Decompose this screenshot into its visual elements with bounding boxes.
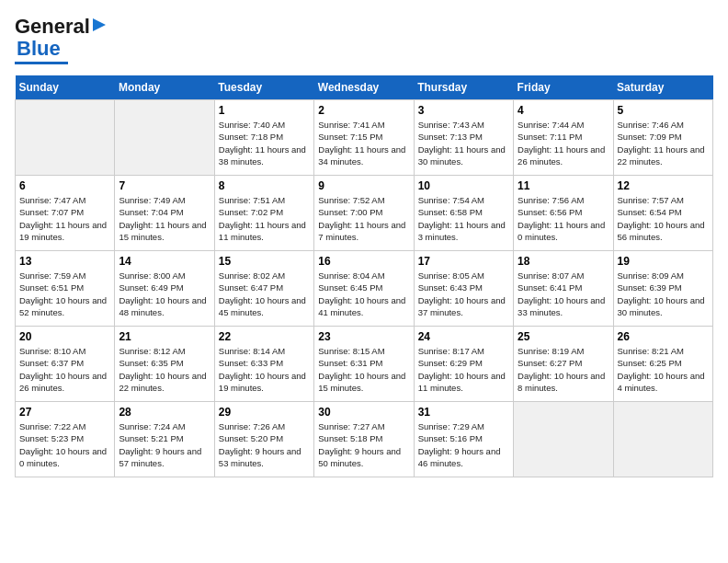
day-number: 4 xyxy=(518,104,609,117)
cell-info: Sunrise: 8:04 AMSunset: 6:45 PMDaylight:… xyxy=(318,270,409,318)
calendar-cell: 27Sunrise: 7:22 AMSunset: 5:23 PMDayligh… xyxy=(16,402,115,477)
day-number: 15 xyxy=(219,255,310,268)
calendar-cell: 19Sunrise: 8:09 AMSunset: 6:39 PMDayligh… xyxy=(613,251,712,327)
svg-marker-0 xyxy=(93,18,106,31)
day-number: 6 xyxy=(19,179,110,192)
day-number: 2 xyxy=(318,104,409,117)
cell-info: Sunrise: 7:54 AMSunset: 6:58 PMDaylight:… xyxy=(418,194,509,243)
cell-info: Sunrise: 8:02 AMSunset: 6:47 PMDaylight:… xyxy=(219,270,310,318)
calendar-cell: 13Sunrise: 7:59 AMSunset: 6:51 PMDayligh… xyxy=(16,251,115,327)
calendar-cell: 17Sunrise: 8:05 AMSunset: 6:43 PMDayligh… xyxy=(414,251,513,327)
cell-info: Sunrise: 7:24 AMSunset: 5:21 PMDaylight:… xyxy=(119,420,210,469)
day-number: 29 xyxy=(219,406,310,419)
calendar-cell xyxy=(613,402,712,477)
day-header-wednesday: Wednesday xyxy=(314,75,414,100)
calendar-cell: 8Sunrise: 7:51 AMSunset: 7:02 PMDaylight… xyxy=(214,176,313,251)
day-number: 7 xyxy=(119,179,210,192)
calendar-cell: 25Sunrise: 8:19 AMSunset: 6:27 PMDayligh… xyxy=(514,327,613,402)
calendar-cell: 22Sunrise: 8:14 AMSunset: 6:33 PMDayligh… xyxy=(214,327,313,402)
cell-info: Sunrise: 7:46 AMSunset: 7:09 PMDaylight:… xyxy=(618,119,709,167)
calendar-cell xyxy=(514,402,613,477)
calendar-cell: 5Sunrise: 7:46 AMSunset: 7:09 PMDaylight… xyxy=(613,100,712,176)
day-number: 5 xyxy=(618,104,709,117)
day-number: 23 xyxy=(318,330,409,343)
cell-info: Sunrise: 8:00 AMSunset: 6:49 PMDaylight:… xyxy=(119,270,210,318)
cell-info: Sunrise: 7:51 AMSunset: 7:02 PMDaylight:… xyxy=(219,194,310,243)
calendar-cell: 30Sunrise: 7:27 AMSunset: 5:18 PMDayligh… xyxy=(314,402,414,477)
day-number: 8 xyxy=(219,179,310,192)
cell-info: Sunrise: 7:44 AMSunset: 7:11 PMDaylight:… xyxy=(518,119,609,167)
cell-info: Sunrise: 7:43 AMSunset: 7:13 PMDaylight:… xyxy=(418,119,509,167)
day-number: 19 xyxy=(618,255,709,268)
calendar-cell: 4Sunrise: 7:44 AMSunset: 7:11 PMDaylight… xyxy=(514,100,613,176)
day-number: 27 xyxy=(19,406,110,419)
calendar-cell: 18Sunrise: 8:07 AMSunset: 6:41 PMDayligh… xyxy=(514,251,613,327)
day-number: 16 xyxy=(318,255,409,268)
day-number: 18 xyxy=(518,255,609,268)
day-number: 9 xyxy=(318,179,409,192)
cell-info: Sunrise: 8:10 AMSunset: 6:37 PMDaylight:… xyxy=(19,345,110,394)
cell-info: Sunrise: 7:52 AMSunset: 7:00 PMDaylight:… xyxy=(318,194,409,243)
calendar-cell: 15Sunrise: 8:02 AMSunset: 6:47 PMDayligh… xyxy=(214,251,313,327)
calendar-cell: 10Sunrise: 7:54 AMSunset: 6:58 PMDayligh… xyxy=(414,176,513,251)
calendar-cell: 28Sunrise: 7:24 AMSunset: 5:21 PMDayligh… xyxy=(115,402,214,477)
calendar-cell: 21Sunrise: 8:12 AMSunset: 6:35 PMDayligh… xyxy=(115,327,214,402)
cell-info: Sunrise: 8:19 AMSunset: 6:27 PMDaylight:… xyxy=(518,345,609,394)
cell-info: Sunrise: 8:07 AMSunset: 6:41 PMDaylight:… xyxy=(518,270,609,318)
day-number: 17 xyxy=(418,255,509,268)
calendar-cell: 16Sunrise: 8:04 AMSunset: 6:45 PMDayligh… xyxy=(314,251,414,327)
calendar-cell: 23Sunrise: 8:15 AMSunset: 6:31 PMDayligh… xyxy=(314,327,414,402)
cell-info: Sunrise: 8:17 AMSunset: 6:29 PMDaylight:… xyxy=(418,345,509,394)
day-number: 14 xyxy=(119,255,210,268)
day-number: 20 xyxy=(19,330,110,343)
logo: General Blue xyxy=(15,15,108,64)
calendar-table: SundayMondayTuesdayWednesdayThursdayFrid… xyxy=(15,75,713,477)
calendar-cell: 6Sunrise: 7:47 AMSunset: 7:07 PMDaylight… xyxy=(16,176,115,251)
day-number: 1 xyxy=(219,104,310,117)
calendar-cell: 29Sunrise: 7:26 AMSunset: 5:20 PMDayligh… xyxy=(214,402,313,477)
day-number: 11 xyxy=(518,179,609,192)
day-number: 24 xyxy=(418,330,509,343)
cell-info: Sunrise: 7:27 AMSunset: 5:18 PMDaylight:… xyxy=(318,420,409,469)
week-row-1: 1Sunrise: 7:40 AMSunset: 7:18 PMDaylight… xyxy=(16,100,713,176)
cell-info: Sunrise: 8:12 AMSunset: 6:35 PMDaylight:… xyxy=(119,345,210,394)
cell-info: Sunrise: 8:14 AMSunset: 6:33 PMDaylight:… xyxy=(219,345,310,394)
cell-info: Sunrise: 7:49 AMSunset: 7:04 PMDaylight:… xyxy=(119,194,210,243)
cell-info: Sunrise: 7:57 AMSunset: 6:54 PMDaylight:… xyxy=(618,194,709,243)
cell-info: Sunrise: 8:09 AMSunset: 6:39 PMDaylight:… xyxy=(618,270,709,318)
calendar-cell: 7Sunrise: 7:49 AMSunset: 7:04 PMDaylight… xyxy=(115,176,214,251)
week-row-2: 6Sunrise: 7:47 AMSunset: 7:07 PMDaylight… xyxy=(16,176,713,251)
day-header-sunday: Sunday xyxy=(16,75,115,100)
calendar-cell: 20Sunrise: 8:10 AMSunset: 6:37 PMDayligh… xyxy=(16,327,115,402)
days-header-row: SundayMondayTuesdayWednesdayThursdayFrid… xyxy=(16,75,713,100)
calendar-cell: 1Sunrise: 7:40 AMSunset: 7:18 PMDaylight… xyxy=(214,100,313,176)
page-header: General Blue xyxy=(15,15,713,64)
day-header-saturday: Saturday xyxy=(613,75,712,100)
week-row-4: 20Sunrise: 8:10 AMSunset: 6:37 PMDayligh… xyxy=(16,327,713,402)
day-number: 28 xyxy=(119,406,210,419)
cell-info: Sunrise: 7:59 AMSunset: 6:51 PMDaylight:… xyxy=(19,270,110,318)
calendar-cell: 9Sunrise: 7:52 AMSunset: 7:00 PMDaylight… xyxy=(314,176,414,251)
cell-info: Sunrise: 8:15 AMSunset: 6:31 PMDaylight:… xyxy=(318,345,409,394)
day-number: 10 xyxy=(418,179,509,192)
day-header-tuesday: Tuesday xyxy=(214,75,313,100)
cell-info: Sunrise: 7:29 AMSunset: 5:16 PMDaylight:… xyxy=(418,420,509,469)
logo-underline xyxy=(15,62,68,64)
logo-arrow-icon xyxy=(91,17,108,33)
cell-info: Sunrise: 7:47 AMSunset: 7:07 PMDaylight:… xyxy=(19,194,110,243)
day-header-friday: Friday xyxy=(514,75,613,100)
day-number: 30 xyxy=(318,406,409,419)
cell-info: Sunrise: 7:40 AMSunset: 7:18 PMDaylight:… xyxy=(219,119,310,167)
day-number: 13 xyxy=(19,255,110,268)
cell-info: Sunrise: 7:26 AMSunset: 5:20 PMDaylight:… xyxy=(219,420,310,469)
day-number: 26 xyxy=(618,330,709,343)
logo-text: General xyxy=(15,15,108,39)
day-number: 12 xyxy=(618,179,709,192)
calendar-cell: 3Sunrise: 7:43 AMSunset: 7:13 PMDaylight… xyxy=(414,100,513,176)
calendar-cell: 24Sunrise: 8:17 AMSunset: 6:29 PMDayligh… xyxy=(414,327,513,402)
logo-blue-text: Blue xyxy=(17,37,61,61)
week-row-5: 27Sunrise: 7:22 AMSunset: 5:23 PMDayligh… xyxy=(16,402,713,477)
day-number: 3 xyxy=(418,104,509,117)
calendar-cell xyxy=(16,100,115,176)
calendar-cell: 31Sunrise: 7:29 AMSunset: 5:16 PMDayligh… xyxy=(414,402,513,477)
